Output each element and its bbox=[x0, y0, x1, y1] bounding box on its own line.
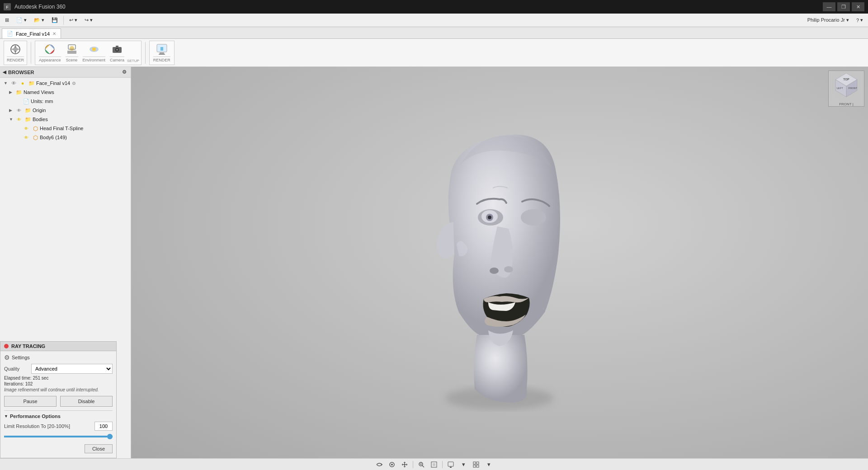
camera-icon bbox=[111, 43, 123, 56]
rt-status-dot bbox=[4, 344, 9, 348]
body6-label: Body6 (149) bbox=[40, 135, 67, 140]
named-views-arrow: ▶ bbox=[9, 90, 14, 94]
viewport[interactable]: TOP FRONT LEFT FRONT | bbox=[131, 67, 868, 458]
open-button[interactable]: 📂 ▾ bbox=[31, 15, 47, 26]
svg-point-33 bbox=[391, 464, 393, 465]
tree-item-body6[interactable]: 👁 ⬡ Body6 (149) bbox=[0, 133, 131, 142]
svg-rect-13 bbox=[116, 46, 118, 47]
fit-button[interactable] bbox=[429, 460, 439, 469]
minimize-button[interactable]: — bbox=[823, 2, 835, 11]
grid-arrow[interactable]: ▾ bbox=[483, 460, 494, 469]
camera-tool[interactable]: Camera bbox=[108, 42, 126, 64]
elapsed-value: 251 sec bbox=[33, 376, 48, 381]
appearance-tool[interactable]: Appearance bbox=[37, 42, 63, 64]
render-group: RENDER bbox=[149, 41, 175, 65]
disable-button[interactable]: Disable bbox=[60, 396, 113, 407]
maximize-button[interactable]: ❐ bbox=[837, 2, 850, 11]
apps-button[interactable]: ⊞ bbox=[2, 15, 12, 26]
look-button[interactable] bbox=[387, 460, 397, 469]
save-icon: 💾 bbox=[52, 17, 58, 23]
rt-quality-label: Quality bbox=[4, 366, 31, 371]
bodies-arrow: ▼ bbox=[9, 117, 14, 122]
svg-point-23 bbox=[521, 209, 546, 226]
svg-rect-17 bbox=[160, 47, 163, 51]
environment-tool[interactable]: Environment bbox=[81, 42, 108, 64]
rt-close-row: Close bbox=[4, 442, 113, 455]
tree-item-origin[interactable]: ▶ 👁 📁 Origin bbox=[0, 106, 131, 115]
zoom-button[interactable] bbox=[416, 460, 427, 469]
tree-item-units[interactable]: 📄 Units: mm bbox=[0, 97, 131, 106]
units-icon: 📄 bbox=[23, 98, 30, 105]
tab-close-icon[interactable]: ✕ bbox=[52, 31, 56, 36]
slider-container bbox=[4, 432, 113, 439]
viewport-toolbar: ▾ ▾ bbox=[0, 458, 868, 470]
arrow-down-icon: ▾ bbox=[462, 461, 465, 468]
rt-settings-label: Settings bbox=[12, 355, 30, 360]
resolution-slider[interactable] bbox=[4, 436, 113, 437]
render-tool-group[interactable]: RENDER bbox=[4, 41, 27, 65]
env-label: Environment bbox=[83, 56, 106, 62]
perf-arrow-icon: ▼ bbox=[4, 414, 8, 418]
svg-point-4 bbox=[48, 47, 52, 51]
bodies-eye-icon: 👁 bbox=[15, 116, 23, 123]
grid-button[interactable] bbox=[471, 460, 481, 469]
root-settings-icon[interactable]: ⚙ bbox=[72, 81, 76, 86]
apps-icon: ⊞ bbox=[5, 17, 9, 23]
tab-face-final[interactable]: 📄 Face_Final v14 ✕ bbox=[2, 28, 61, 38]
named-views-label: Named Views bbox=[24, 89, 54, 95]
undo-button[interactable]: ↩ ▾ bbox=[66, 15, 80, 26]
limit-res-label: Limit Resolution To [20-100%] bbox=[4, 423, 94, 429]
redo-arrow: ▾ bbox=[90, 17, 93, 23]
display-settings-arrow[interactable]: ▾ bbox=[458, 460, 469, 469]
save-button[interactable]: 💾 bbox=[48, 15, 61, 26]
display-settings-button[interactable] bbox=[445, 460, 456, 469]
new-button[interactable]: 📄 ▾ bbox=[13, 15, 30, 26]
head-eye-icon: 👁 bbox=[23, 125, 30, 132]
root-dot-icon: ● bbox=[19, 80, 26, 87]
svg-rect-16 bbox=[159, 54, 165, 55]
help-button[interactable]: ? ▾ bbox=[853, 15, 866, 26]
scene-tool[interactable]: Scene bbox=[64, 42, 80, 64]
close-button[interactable]: ✕ bbox=[852, 2, 864, 11]
pause-button[interactable]: Pause bbox=[4, 396, 57, 407]
user-button[interactable]: Philip Procario Jr ▾ bbox=[804, 15, 852, 26]
body6-eye-icon: 👁 bbox=[23, 134, 30, 141]
head-label: Head Final T-Spline bbox=[40, 126, 83, 131]
user-label: Philip Procario Jr ▾ bbox=[807, 17, 849, 23]
rt-header[interactable]: RAY TRACING bbox=[0, 342, 116, 351]
tree-item-root[interactable]: ▼ 👁 ● 📁 Face_Final v14 ⚙ bbox=[0, 79, 131, 88]
svg-point-9 bbox=[92, 47, 96, 51]
tree-item-bodies[interactable]: ▼ 👁 📁 Bodies bbox=[0, 115, 131, 124]
toolbar-divider-2 bbox=[145, 42, 146, 64]
main-layout: ◀ BROWSER ⚙ ▼ 👁 ● 📁 Face_Final v14 ⚙ ▶ 📁… bbox=[0, 67, 868, 458]
svg-line-35 bbox=[422, 465, 424, 467]
left-panel: ◀ BROWSER ⚙ ▼ 👁 ● 📁 Face_Final v14 ⚙ ▶ 📁… bbox=[0, 67, 131, 458]
svg-rect-43 bbox=[476, 462, 479, 464]
tree-item-named-views[interactable]: ▶ 📁 Named Views bbox=[0, 88, 131, 97]
view-cube[interactable]: TOP FRONT LEFT FRONT | bbox=[828, 70, 864, 107]
pan-button[interactable] bbox=[399, 460, 410, 469]
front-label: FRONT bbox=[839, 102, 851, 106]
origin-folder-icon: 📁 bbox=[24, 107, 32, 114]
svg-text:LEFT: LEFT bbox=[837, 87, 844, 89]
render-action-tool[interactable]: RENDER bbox=[151, 42, 172, 64]
close-button[interactable]: Close bbox=[85, 444, 113, 453]
browser-expand-icon[interactable]: ◀ bbox=[3, 70, 6, 75]
origin-label: Origin bbox=[33, 108, 46, 113]
tab-bar: 📄 Face_Final v14 ✕ bbox=[0, 27, 868, 39]
browser-settings-icon[interactable]: ⚙ bbox=[121, 69, 128, 76]
main-toolbar: RENDER Appearance bbox=[0, 39, 868, 67]
perf-title: Performance Options bbox=[10, 414, 61, 419]
redo-button[interactable]: ↪ ▾ bbox=[81, 15, 96, 26]
svg-rect-40 bbox=[448, 462, 453, 466]
orbit-button[interactable] bbox=[374, 460, 385, 469]
perf-header[interactable]: ▼ Performance Options bbox=[4, 414, 113, 419]
rt-quality-select[interactable]: Advanced Draft Good Custom bbox=[31, 364, 113, 374]
svg-text:TOP: TOP bbox=[843, 78, 849, 81]
help-arrow: ▾ bbox=[860, 17, 863, 23]
titlebar: F Autodesk Fusion 360 — ❐ ✕ bbox=[0, 0, 868, 14]
limit-res-input[interactable] bbox=[94, 422, 113, 431]
rt-iterations: Iterations: 102 bbox=[4, 381, 113, 386]
browser-title: BROWSER bbox=[8, 70, 34, 75]
tree-item-head-tspline[interactable]: 👁 ⬡ Head Final T-Spline bbox=[0, 124, 131, 133]
